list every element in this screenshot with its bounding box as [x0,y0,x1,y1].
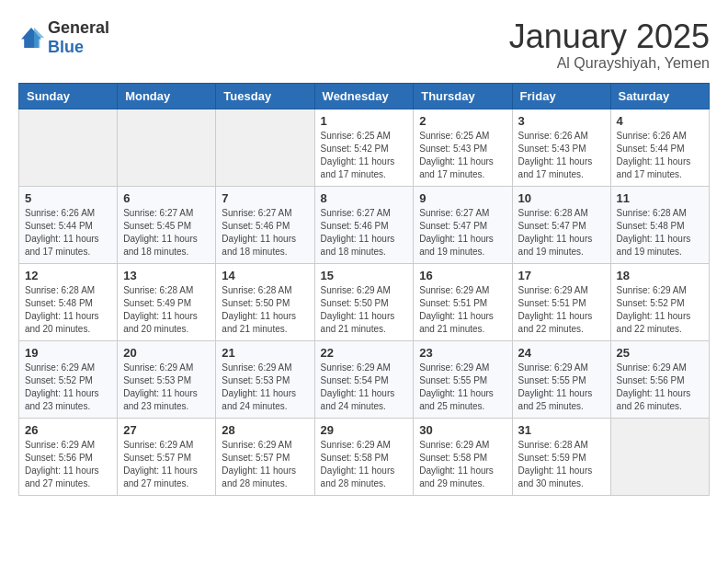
calendar-row-3: 19Sunrise: 6:29 AM Sunset: 5:52 PM Dayli… [19,340,710,418]
day-number: 30 [419,423,506,437]
calendar-cell: 6Sunrise: 6:27 AM Sunset: 5:45 PM Daylig… [118,186,216,263]
logo-general: General [48,18,109,37]
day-info: Sunrise: 6:29 AM Sunset: 5:55 PM Dayligh… [518,362,605,413]
day-number: 10 [518,191,605,205]
col-wednesday: Wednesday [314,83,414,109]
calendar-cell: 16Sunrise: 6:29 AM Sunset: 5:51 PM Dayli… [414,263,512,340]
day-info: Sunrise: 6:26 AM Sunset: 5:44 PM Dayligh… [25,207,111,259]
day-number: 2 [419,114,506,128]
day-info: Sunrise: 6:26 AM Sunset: 5:44 PM Dayligh… [617,130,703,181]
logo-blue: Blue [48,38,84,56]
day-number: 27 [123,423,210,437]
day-number: 21 [222,346,308,360]
day-info: Sunrise: 6:29 AM Sunset: 5:50 PM Dayligh… [321,284,408,336]
calendar-cell: 9Sunrise: 6:27 AM Sunset: 5:47 PM Daylig… [414,186,512,263]
calendar-cell: 23Sunrise: 6:29 AM Sunset: 5:55 PM Dayli… [414,340,512,418]
calendar-cell [118,109,216,186]
calendar-cell: 2Sunrise: 6:25 AM Sunset: 5:43 PM Daylig… [414,109,512,186]
calendar-cell: 30Sunrise: 6:29 AM Sunset: 5:58 PM Dayli… [414,418,512,495]
day-number: 31 [518,423,605,437]
calendar-cell: 22Sunrise: 6:29 AM Sunset: 5:54 PM Dayli… [314,340,414,418]
day-info: Sunrise: 6:29 AM Sunset: 5:56 PM Dayligh… [617,362,703,413]
day-info: Sunrise: 6:29 AM Sunset: 5:52 PM Dayligh… [617,284,703,336]
day-number: 18 [617,269,703,282]
calendar-cell: 8Sunrise: 6:27 AM Sunset: 5:46 PM Daylig… [314,186,414,263]
day-info: Sunrise: 6:29 AM Sunset: 5:56 PM Dayligh… [25,439,111,490]
page-header: General Blue January 2025 Al Qurayshiyah… [18,18,710,72]
calendar-cell: 31Sunrise: 6:28 AM Sunset: 5:59 PM Dayli… [512,418,610,495]
day-number: 4 [617,114,703,128]
svg-marker-1 [34,28,44,48]
calendar-cell [216,109,314,186]
calendar-cell [610,418,709,495]
calendar-cell: 4Sunrise: 6:26 AM Sunset: 5:44 PM Daylig… [610,109,709,186]
col-tuesday: Tuesday [216,83,314,109]
calendar-cell: 24Sunrise: 6:29 AM Sunset: 5:55 PM Dayli… [512,340,610,418]
calendar-cell: 18Sunrise: 6:29 AM Sunset: 5:52 PM Dayli… [610,263,709,340]
calendar-cell: 26Sunrise: 6:29 AM Sunset: 5:56 PM Dayli… [19,418,118,495]
logo-icon [18,25,44,51]
calendar-row-2: 12Sunrise: 6:28 AM Sunset: 5:48 PM Dayli… [19,263,710,340]
day-info: Sunrise: 6:29 AM Sunset: 5:51 PM Dayligh… [419,284,506,336]
day-number: 28 [222,423,308,437]
day-info: Sunrise: 6:29 AM Sunset: 5:53 PM Dayligh… [123,362,210,413]
day-info: Sunrise: 6:29 AM Sunset: 5:58 PM Dayligh… [419,439,506,490]
month-title: January 2025 [509,18,710,55]
col-thursday: Thursday [414,83,512,109]
calendar-cell: 28Sunrise: 6:29 AM Sunset: 5:57 PM Dayli… [216,418,314,495]
day-number: 8 [321,191,408,205]
calendar-cell: 3Sunrise: 6:26 AM Sunset: 5:43 PM Daylig… [512,109,610,186]
day-number: 5 [25,191,111,205]
day-number: 29 [321,423,408,437]
calendar-table: Sunday Monday Tuesday Wednesday Thursday… [18,83,710,496]
day-info: Sunrise: 6:29 AM Sunset: 5:57 PM Dayligh… [123,439,210,490]
logo-text: General Blue [48,18,109,57]
day-info: Sunrise: 6:27 AM Sunset: 5:46 PM Dayligh… [222,207,308,259]
day-info: Sunrise: 6:28 AM Sunset: 5:50 PM Dayligh… [222,284,308,336]
day-number: 20 [123,346,210,360]
day-number: 19 [25,346,111,360]
calendar-cell: 10Sunrise: 6:28 AM Sunset: 5:47 PM Dayli… [512,186,610,263]
day-info: Sunrise: 6:28 AM Sunset: 5:47 PM Dayligh… [518,207,605,259]
day-info: Sunrise: 6:27 AM Sunset: 5:46 PM Dayligh… [321,207,408,259]
day-number: 13 [123,269,210,282]
day-number: 14 [222,269,308,282]
location-title: Al Qurayshiyah, Yemen [509,55,710,72]
day-info: Sunrise: 6:29 AM Sunset: 5:54 PM Dayligh… [321,362,408,413]
title-block: January 2025 Al Qurayshiyah, Yemen [509,18,710,72]
day-number: 11 [617,191,703,205]
calendar-cell: 19Sunrise: 6:29 AM Sunset: 5:52 PM Dayli… [19,340,118,418]
day-number: 17 [518,269,605,282]
calendar-cell: 21Sunrise: 6:29 AM Sunset: 5:53 PM Dayli… [216,340,314,418]
day-info: Sunrise: 6:29 AM Sunset: 5:51 PM Dayligh… [518,284,605,336]
day-number: 12 [25,269,111,282]
col-monday: Monday [118,83,216,109]
calendar-cell: 15Sunrise: 6:29 AM Sunset: 5:50 PM Dayli… [314,263,414,340]
calendar-cell: 17Sunrise: 6:29 AM Sunset: 5:51 PM Dayli… [512,263,610,340]
calendar-cell: 25Sunrise: 6:29 AM Sunset: 5:56 PM Dayli… [610,340,709,418]
day-number: 1 [321,114,408,128]
calendar-row-4: 26Sunrise: 6:29 AM Sunset: 5:56 PM Dayli… [19,418,710,495]
day-number: 3 [518,114,605,128]
calendar-cell: 20Sunrise: 6:29 AM Sunset: 5:53 PM Dayli… [118,340,216,418]
day-number: 7 [222,191,308,205]
day-info: Sunrise: 6:26 AM Sunset: 5:43 PM Dayligh… [518,130,605,181]
day-info: Sunrise: 6:29 AM Sunset: 5:58 PM Dayligh… [321,439,408,490]
day-info: Sunrise: 6:29 AM Sunset: 5:55 PM Dayligh… [419,362,506,413]
day-info: Sunrise: 6:27 AM Sunset: 5:45 PM Dayligh… [123,207,210,259]
calendar-header-row: Sunday Monday Tuesday Wednesday Thursday… [19,83,710,109]
day-info: Sunrise: 6:27 AM Sunset: 5:47 PM Dayligh… [419,207,506,259]
calendar-cell [19,109,118,186]
day-info: Sunrise: 6:28 AM Sunset: 5:48 PM Dayligh… [25,284,111,336]
col-saturday: Saturday [610,83,709,109]
calendar-cell: 27Sunrise: 6:29 AM Sunset: 5:57 PM Dayli… [118,418,216,495]
calendar-cell: 13Sunrise: 6:28 AM Sunset: 5:49 PM Dayli… [118,263,216,340]
day-info: Sunrise: 6:25 AM Sunset: 5:42 PM Dayligh… [321,130,408,181]
day-number: 22 [321,346,408,360]
day-number: 6 [123,191,210,205]
col-friday: Friday [512,83,610,109]
day-info: Sunrise: 6:29 AM Sunset: 5:57 PM Dayligh… [222,439,308,490]
calendar-cell: 29Sunrise: 6:29 AM Sunset: 5:58 PM Dayli… [314,418,414,495]
day-info: Sunrise: 6:28 AM Sunset: 5:59 PM Dayligh… [518,439,605,490]
day-info: Sunrise: 6:29 AM Sunset: 5:52 PM Dayligh… [25,362,111,413]
